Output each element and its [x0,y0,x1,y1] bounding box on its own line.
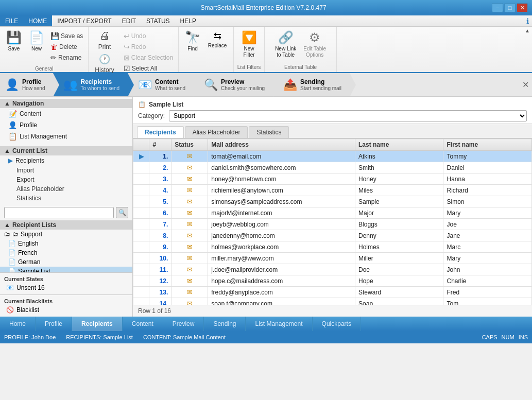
table-row[interactable]: ▶1.✉tomat@email.comAtkinsTommy [133,151,532,162]
table-row[interactable]: 6.✉majorM@internet.comMajorMary [133,207,532,219]
menu-help[interactable]: HELP [175,15,201,26]
wf-step-profile[interactable]: 👤 Profile How send [0,73,53,96]
current-list-header: ▲ Current List [0,146,132,155]
new-link-icon: 🔗 [278,30,294,45]
find-button[interactable]: 🔭 Find [182,29,203,54]
workflow-close-button[interactable]: ✕ [519,80,532,90]
row-lastname: Doe [355,264,443,275]
app-title: SmartSerialMail Enterprise Edition V7.2.… [35,4,492,11]
recipient-lists-scroll: 🗂 🗂 Support 📄 English 📄 French 📄 German [0,230,132,272]
table-container[interactable]: # Status Mail address Last name First na… [133,138,532,305]
new-button[interactable]: 📄 New [26,29,47,54]
nav-list-management-label: List Management [20,133,67,140]
minimize-button[interactable]: − [492,3,503,12]
category-select[interactable]: Support [169,110,527,121]
blacklists-section: Current Blacklists 🚫 Blacklist [0,294,132,317]
bottom-tab-home[interactable]: Home [0,317,36,331]
undo-button[interactable]: ↩ Undo [122,31,175,41]
blacklist-icon: 🚫 [6,306,14,314]
state-unsent[interactable]: 📧 Unsent 16 [0,283,132,292]
search-button[interactable]: 🔍 [116,207,128,218]
ribbon: 💾 Save 📄 New 💾 Save as 🗑 Delete ✏ Renam [0,27,532,73]
ribbon-collapse-button[interactable]: ▲ [523,27,532,34]
nav-header-label: Navigation [12,100,44,107]
list-item-sample-list[interactable]: 📄 Sample List [0,267,132,272]
list-item-french[interactable]: 📄 French [0,248,132,257]
table-row[interactable]: 3.✉honey@hometown.comHoneyHanna [133,173,532,185]
wf-step-content[interactable]: 📧 Content What to send [128,73,194,96]
save-button[interactable]: 💾 Save [3,29,25,54]
redo-button[interactable]: ↪ Redo [122,42,175,52]
bottom-tab-list-management[interactable]: List Management [246,317,312,331]
bottom-tab-sending[interactable]: Sending [204,317,246,331]
table-row[interactable]: 13.✉freddy@anyplace.comStewardFred [133,287,532,298]
tab-alias-placeholder[interactable]: Alias Placeholder [185,126,248,138]
wf-step-recipients[interactable]: 👥 Recipients To whom to send [53,73,128,96]
menu-import-export[interactable]: IMPORT / EXPORT [52,15,116,26]
tab-statistics[interactable]: Statistics [249,126,289,138]
row-email: honey@hometown.com [208,173,355,185]
select-all-button[interactable]: ☑ Select All [122,63,175,74]
general-small-buttons: 💾 Save as 🗑 Delete ✏ Rename [48,29,85,65]
nav-section: ▲ Navigation 📝 Content 👤 Profile 📋 List … [0,97,132,144]
blacklist-item[interactable]: 🚫 Blacklist [0,305,132,315]
table-row[interactable]: 10.✉miller.mary@www.comMillerMary [133,253,532,264]
print-icon: 🖨 [99,30,110,42]
bottom-tab-profile[interactable]: Profile [36,317,72,331]
nav-profile[interactable]: 👤 Profile [0,119,132,131]
clear-selection-button[interactable]: ⊠ Clear Selection [122,53,175,63]
table-row[interactable]: 2.✉daniel.smith@somewhere.comSmithDaniel [133,162,532,173]
save-as-button[interactable]: 💾 Save as [48,31,85,41]
row-num: 2. [149,162,171,173]
wf-step-sending[interactable]: 📤 Sending Start sending mail [273,73,350,96]
list-item-german[interactable]: 📄 German [0,257,132,267]
search-input[interactable] [4,207,114,218]
table-row[interactable]: 4.✉richiemiles@anytown.comMilesRichard [133,185,532,196]
wf-step-preview[interactable]: 🔍 Preview Check your mailing [194,73,273,96]
bottom-tab-recipients[interactable]: Recipients [72,317,123,331]
bottom-tab-quickparts[interactable]: Quickparts [313,317,361,331]
nav-statistics[interactable]: Statistics [0,194,132,203]
nav-content[interactable]: 📝 Content [0,108,132,119]
tab-recipients[interactable]: Recipients [137,126,184,138]
menu-file[interactable]: FILE [0,15,23,26]
nav-recipients[interactable]: ▶ Recipients [0,155,132,166]
nav-import[interactable]: Import [0,166,132,175]
menu-edit[interactable]: EDIT [117,15,141,26]
close-button[interactable]: ✕ [517,3,528,12]
menu-home[interactable]: HOME [23,15,52,26]
new-link-button[interactable]: 🔗 New Linkto Table [272,29,299,60]
select-all-label: Select All [132,65,157,72]
row-num: 8. [149,230,171,241]
table-row[interactable]: 7.✉joeyb@webblog.comBloggsJoe [133,219,532,230]
row-email: j.doe@mailprovider.com [208,264,355,275]
bottom-tab-preview[interactable]: Preview [163,317,204,331]
table-row[interactable]: 9.✉holmes@workplace.comHolmesMarc [133,241,532,253]
table-row[interactable]: 12.✉hope.c@mailaddress.comHopeCharlie [133,275,532,287]
nav-export[interactable]: Export [0,175,132,184]
new-filter-button[interactable]: 🔽 NewFilter [238,29,260,60]
row-lastname: Holmes [355,241,443,253]
wf-profile-icon: 👤 [5,78,19,92]
replace-button[interactable]: ⇆ Replace [204,29,230,50]
menu-status[interactable]: STATUS [141,15,175,26]
help-icon[interactable]: ℹ [523,15,532,26]
list-item-english[interactable]: 📄 English [0,239,132,248]
print-button[interactable]: 🖨 Print [95,29,114,51]
table-row[interactable]: 5.✉simonsays@sampleaddress.comSampleSimo… [133,196,532,207]
table-row[interactable]: 8.✉janedenny@home.comDennyJane [133,230,532,241]
maximize-button[interactable]: □ [504,3,516,12]
nav-list-management[interactable]: 📋 List Management [0,131,132,142]
history-button[interactable]: 🕐 History [92,53,117,75]
delete-button[interactable]: 🗑 Delete [48,42,85,52]
replace-icon: ⇆ [214,30,221,42]
edit-table-button[interactable]: ⚙ Edit TableOptions [300,29,329,60]
table-row[interactable]: 14.✉soap.t@company.comSoapTom [133,298,532,305]
email-status-icon: ✉ [187,288,193,296]
rename-button[interactable]: ✏ Rename [48,53,85,63]
row-lastname: Denny [355,230,443,241]
bottom-tab-content[interactable]: Content [123,317,163,331]
table-row[interactable]: 11.✉j.doe@mailprovider.comDoeJohn [133,264,532,275]
list-group-support[interactable]: 🗂 🗂 Support [0,230,132,239]
nav-alias-placeholder[interactable]: Alias Placeholder [0,184,132,194]
